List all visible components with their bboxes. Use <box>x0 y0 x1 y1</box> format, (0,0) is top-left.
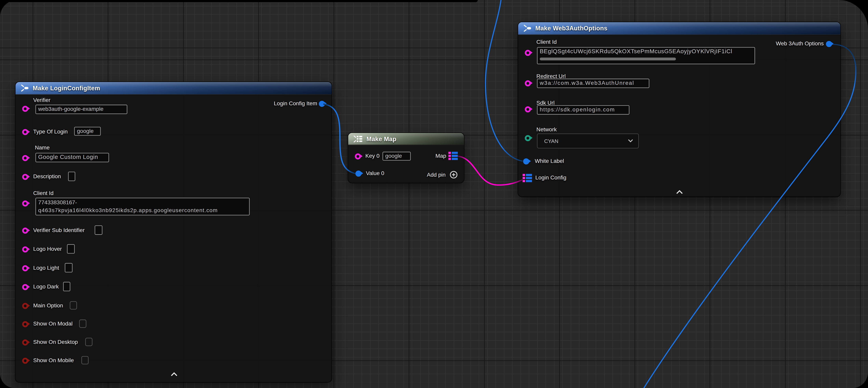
pin-verifier[interactable] <box>22 106 28 112</box>
network-dropdown[interactable]: CYAN <box>537 133 639 148</box>
pin-label-client-id: Client Id <box>33 190 54 197</box>
chevron-down-icon <box>628 139 633 143</box>
collapse-chevron-icon[interactable] <box>170 372 178 376</box>
verifier-input[interactable]: web3auth-google-example <box>35 105 127 114</box>
client-id-input[interactable]: 774338308167- q463s7kpvja16l4l0kko3nb925… <box>35 198 250 215</box>
add-pin-icon[interactable] <box>450 171 458 179</box>
sdk-url-input[interactable]: https://sdk.openlogin.com <box>537 105 629 115</box>
pin-label-show-on-desktop: Show On Desktop <box>33 339 78 346</box>
node-title: Make Map <box>366 136 396 142</box>
node-title: Make LoginConfigItem <box>33 85 100 91</box>
make-struct-icon <box>21 84 29 92</box>
pin-label-logo-light: Logo Light <box>33 265 59 271</box>
pin-label-key-0: Key 0 <box>365 153 380 159</box>
pin-white-label[interactable] <box>523 158 529 165</box>
pin-login-config[interactable] <box>523 174 532 182</box>
client-id-hscrollbar[interactable] <box>540 58 676 60</box>
logo-light-input[interactable] <box>65 263 72 272</box>
pin-label-main-option: Main Option <box>33 302 63 309</box>
pin-label-show-on-mobile: Show On Mobile <box>33 357 74 364</box>
name-input[interactable]: Google Custom Login <box>35 153 109 162</box>
pin-value-0[interactable] <box>355 171 362 177</box>
pin-sdk-url[interactable] <box>525 106 531 112</box>
pin-output-login-config-item[interactable] <box>319 101 325 107</box>
make-struct-icon <box>523 25 532 32</box>
pin-client-id[interactable] <box>22 201 28 207</box>
show-on-desktop-checkbox[interactable] <box>85 338 93 346</box>
pin-map-output[interactable] <box>448 152 458 160</box>
node-header-make-web3authoptions[interactable]: Make Web3AuthOptions <box>518 22 840 35</box>
output-label-web3auth-options: Web 3Auth Options <box>776 40 824 47</box>
pin-logo-dark[interactable] <box>22 284 28 290</box>
blueprint-editor: Make LoginConfigItem Login Config Item V… <box>0 0 868 388</box>
pin-main-option[interactable] <box>22 303 28 309</box>
pin-label-logo-hover: Logo Hover <box>33 246 62 252</box>
description-input[interactable] <box>68 172 75 181</box>
pin-label-verifier: Verifier <box>33 97 51 104</box>
output-label-login-config-item: Login Config Item <box>274 100 317 107</box>
output-label-map: Map <box>435 153 446 159</box>
node-make-map[interactable]: Make Map Key 0 google Map Value 0 Add pi… <box>348 133 464 183</box>
pin-label-show-on-modal: Show On Modal <box>33 321 73 327</box>
node-header-make-map[interactable]: Make Map <box>348 133 464 145</box>
pin-label-logo-dark: Logo Dark <box>33 283 59 290</box>
pin-label-network: Network <box>536 126 557 133</box>
pin-logo-light[interactable] <box>22 265 28 271</box>
logo-dark-input[interactable] <box>63 282 70 291</box>
pin-logo-hover[interactable] <box>22 246 28 252</box>
node-header-make-loginconfigitem[interactable]: Make LoginConfigItem <box>16 82 332 95</box>
type-of-login-input[interactable]: google <box>74 127 101 136</box>
key-0-input[interactable]: google <box>382 152 411 161</box>
pin-label-white-label: White Label <box>535 158 564 165</box>
node-make-web3authoptions[interactable]: Make Web3AuthOptions Web 3Auth Options C… <box>518 22 840 197</box>
pin-show-on-modal[interactable] <box>22 321 28 327</box>
pin-label-description: Description <box>33 173 61 180</box>
pin-label-name: Name <box>35 145 50 151</box>
pin-key-0[interactable] <box>355 153 361 159</box>
pin-description[interactable] <box>22 174 28 180</box>
main-option-checkbox[interactable] <box>70 301 77 309</box>
show-on-modal-checkbox[interactable] <box>79 320 87 328</box>
network-dropdown-value: CYAN <box>544 138 558 144</box>
offscreen-node-edge <box>0 0 478 2</box>
collapse-chevron-icon[interactable] <box>676 190 683 194</box>
verifier-sub-identifier-input[interactable] <box>95 225 102 235</box>
redirect-url-input[interactable]: w3a://com.w3a.Web3AuthUnreal <box>537 79 649 88</box>
pin-label-verifier-sub-identifier: Verifier Sub Identifier <box>33 227 85 234</box>
pin-network[interactable] <box>525 135 531 141</box>
pin-type-of-login[interactable] <box>22 129 28 135</box>
client-id-line2: q463s7kpvja16l4l0kko3nb925ikds2p.apps.go… <box>38 207 218 213</box>
pin-redirect-url[interactable] <box>525 80 531 86</box>
pin-show-on-desktop[interactable] <box>22 339 28 346</box>
logo-hover-input[interactable] <box>67 244 75 254</box>
pin-show-on-mobile[interactable] <box>22 358 28 364</box>
pin-client-id[interactable] <box>525 50 531 56</box>
pin-label-login-config: Login Config <box>535 175 566 181</box>
make-map-icon <box>353 135 363 143</box>
pin-label-client-id: Client Id <box>536 39 557 46</box>
node-title: Make Web3AuthOptions <box>535 25 608 32</box>
client-id-line1: 774338308167- <box>38 199 77 205</box>
pin-output-web3auth-options[interactable] <box>826 41 832 47</box>
add-pin-label: Add pin <box>427 172 446 178</box>
pin-label-value-0: Value 0 <box>366 170 384 177</box>
client-id-input[interactable]: BEglQSgt4cUWcj6SKRdu5QkOXTsePmMcusG5EAoy… <box>537 47 755 64</box>
show-on-mobile-checkbox[interactable] <box>82 356 89 364</box>
pin-name[interactable] <box>22 155 28 161</box>
node-make-loginconfigitem[interactable]: Make LoginConfigItem Login Config Item V… <box>16 82 332 382</box>
pin-label-type-of-login: Type Of Login <box>33 128 68 135</box>
pin-verifier-sub-identifier[interactable] <box>22 228 28 234</box>
